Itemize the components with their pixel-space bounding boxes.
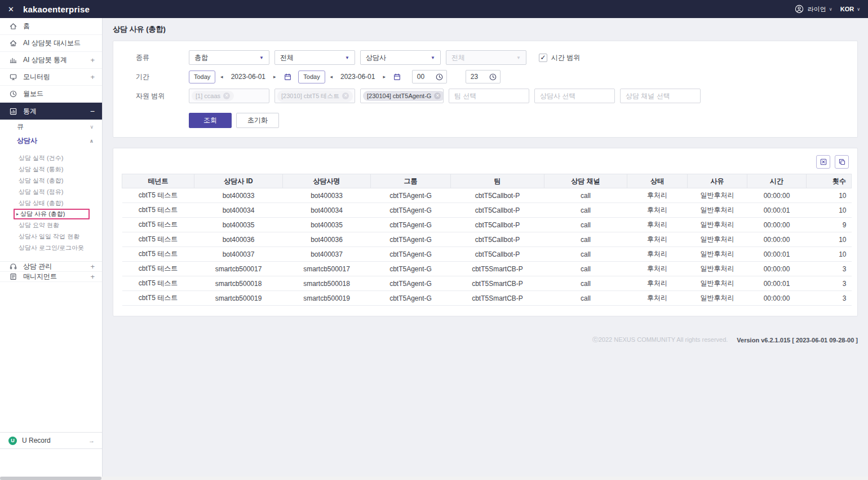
start-date-next-icon[interactable]: ▸: [268, 74, 281, 80]
stats-chart-icon: [9, 107, 17, 116]
filter-label-period: 기간: [136, 72, 189, 82]
home-icon: [9, 22, 17, 30]
expand-plus-icon[interactable]: +: [90, 73, 95, 81]
type-select[interactable]: 총합 ▼: [189, 50, 269, 65]
search-button[interactable]: 조회: [189, 113, 232, 128]
sidebar-subitem[interactable]: 상담 요약 현황: [14, 219, 90, 231]
table-row[interactable]: cbtT5 테스트smartcb500019smartcb500019cbtT5…: [122, 291, 852, 306]
sidebar-subitem[interactable]: 상담 실적 (건수): [14, 152, 90, 164]
horizontal-scrollbar[interactable]: [0, 477, 868, 480]
end-today-button[interactable]: Today: [298, 71, 325, 83]
table-cell: 10: [807, 232, 852, 247]
u-record-label: U Record: [22, 437, 51, 444]
table-cell: 00:00:01: [747, 276, 807, 291]
sidebar-subitem-label: 상담 상태 (총합): [19, 199, 63, 208]
user-name[interactable]: 라이언: [808, 5, 826, 14]
channel-select-input[interactable]: [620, 89, 701, 103]
user-menu-chevron-icon[interactable]: ∨: [829, 7, 832, 12]
table-row[interactable]: cbtT5 테스트bot400034bot400034cbtT5Agent-Gc…: [122, 203, 852, 218]
table-cell: 후처리: [627, 188, 688, 203]
collapse-minus-icon[interactable]: −: [90, 107, 95, 116]
export-excel-icon[interactable]: [816, 155, 830, 169]
copy-table-icon[interactable]: [835, 155, 849, 169]
group-chip[interactable]: [230104] cbtT5Agent-G ✕: [363, 91, 444, 101]
expand-plus-icon[interactable]: +: [90, 56, 95, 64]
sidebar-item-label: 상담 관리: [23, 262, 52, 271]
team-select-input[interactable]: [449, 89, 529, 103]
tenant-chip: [1] ccaas ✕: [192, 91, 234, 101]
table-row[interactable]: cbtT5 테스트smartcb500018smartcb500018cbtT5…: [122, 276, 852, 291]
sidebar-section-queue[interactable]: 큐 ∨: [0, 120, 102, 134]
sidebar-subitem[interactable]: ▸상담 사유 (총합): [14, 209, 90, 219]
topbar-right: 라이언 ∨ KOR ∨: [795, 5, 860, 14]
target-select-value: 상담사: [366, 53, 386, 63]
table-cell: 3: [807, 262, 852, 276]
table-row[interactable]: cbtT5 테스트bot400033bot400033cbtT5Agent-Gc…: [122, 188, 852, 203]
sidebar-subitem[interactable]: 상담사 로그인/로그아웃: [14, 242, 90, 253]
start-today-button[interactable]: Today: [189, 71, 215, 83]
sidebar-subitem[interactable]: 상담 실적 (통화): [14, 164, 90, 175]
table-row[interactable]: cbtT5 테스트bot400035bot400035cbtT5Agent-Gc…: [122, 218, 852, 232]
headset-icon: [9, 262, 17, 271]
sidebar-spacer: [0, 282, 102, 432]
table-cell: call: [544, 232, 627, 247]
scope-select[interactable]: 전체 ▼: [274, 50, 355, 65]
sidebar-item-ai-bot-dashboard[interactable]: AI 상담봇 대시보드: [0, 35, 102, 52]
user-avatar-icon[interactable]: [795, 5, 804, 14]
filter-row-period: 기간 Today ◂ 2023-06-01 ▸ Today ◂ 2023-06-…: [113, 67, 857, 86]
end-hour-select[interactable]: 23: [466, 70, 501, 83]
scrollbar-thumb[interactable]: [0, 477, 101, 480]
filter-panel: 종류 총합 ▼ 전체 ▼ 상담사 ▼ 전체 ▼: [113, 41, 858, 138]
column-header: 상담사명: [283, 174, 371, 188]
bar-chart-icon: [9, 56, 17, 64]
language-chevron-icon[interactable]: ∨: [857, 7, 860, 12]
page-title: 상담 사유 (총합): [113, 18, 858, 41]
sidebar-item-ai-bot-stats[interactable]: AI 상담봇 통계 +: [0, 52, 102, 69]
table-cell: smartcb500017: [283, 262, 371, 276]
sidebar-item-u-record[interactable]: U U Record →: [0, 432, 102, 449]
time-range-checkbox[interactable]: ✓: [539, 54, 547, 62]
chip-remove-icon[interactable]: ✕: [434, 93, 441, 99]
table-cell: smartcb500019: [194, 291, 283, 306]
target-select[interactable]: 상담사 ▼: [360, 50, 441, 65]
start-calendar-icon[interactable]: [281, 70, 294, 83]
table-cell: bot400033: [194, 188, 283, 203]
sidebar-item-wallboard[interactable]: 월보드: [0, 86, 102, 103]
sidebar-subitem[interactable]: 상담 실적 (총합): [14, 175, 90, 186]
sidebar-item-monitoring[interactable]: 모니터링 +: [0, 69, 102, 86]
language-selector[interactable]: KOR: [840, 6, 854, 12]
expand-plus-icon[interactable]: +: [90, 272, 95, 281]
end-date-prev-icon[interactable]: ◂: [325, 74, 338, 80]
caret-down-icon: ▼: [431, 55, 435, 60]
table-cell: 후처리: [627, 218, 688, 232]
agent-submenu: 상담 실적 (건수)상담 실적 (통화)상담 실적 (총합)상담 실적 (점유)…: [0, 148, 102, 261]
sidebar-item-management[interactable]: 매니지먼트 +: [0, 272, 102, 282]
end-date-next-icon[interactable]: ▸: [378, 74, 391, 80]
start-hour-select[interactable]: 00: [412, 70, 447, 83]
table-row[interactable]: cbtT5 테스트bot400037bot400037cbtT5Agent-Gc…: [122, 247, 852, 262]
start-date-prev-icon[interactable]: ◂: [215, 74, 228, 80]
sidebar-subitem[interactable]: 상담 실적 (점유): [14, 186, 90, 197]
table-cell: cbtT5Agent-G: [371, 203, 451, 218]
close-icon[interactable]: ✕: [8, 5, 14, 14]
reset-button[interactable]: 초기화: [236, 113, 279, 128]
table-cell: 3: [807, 291, 852, 306]
table-cell: bot400036: [283, 232, 371, 247]
table-row[interactable]: cbtT5 테스트bot400036bot400036cbtT5Agent-Gc…: [122, 232, 852, 247]
sidebar-subitem[interactable]: 상담사 일일 작업 현황: [14, 231, 90, 242]
sidebar-section-agent[interactable]: 상담사 ∧: [0, 134, 102, 148]
agent-select-input[interactable]: [534, 89, 615, 103]
sidebar-item-consult-mgmt[interactable]: 상담 관리 +: [0, 262, 102, 272]
end-calendar-icon[interactable]: [391, 70, 404, 83]
sidebar-item-stats[interactable]: 통계 −: [0, 103, 102, 120]
group-chip-box[interactable]: [230104] cbtT5Agent-G ✕: [360, 89, 444, 103]
expand-plus-icon[interactable]: +: [90, 262, 95, 271]
sidebar-item-home[interactable]: 홈: [0, 18, 102, 35]
sidebar-subitem[interactable]: 상담 상태 (총합): [14, 197, 90, 209]
filter-row-resource: 자원 범위 [1] ccaas ✕ [23010] cbtT5 테스트 ✕: [113, 86, 857, 105]
table-cell: 일반후처리: [688, 262, 747, 276]
table-cell: cbtT5 테스트: [122, 232, 194, 247]
table-row[interactable]: cbtT5 테스트smartcb500017smartcb500017cbtT5…: [122, 262, 852, 276]
table-cell: call: [544, 262, 627, 276]
version-text: Version v6.2.1.015 [ 2023-06-01 09-28-00…: [737, 337, 858, 344]
